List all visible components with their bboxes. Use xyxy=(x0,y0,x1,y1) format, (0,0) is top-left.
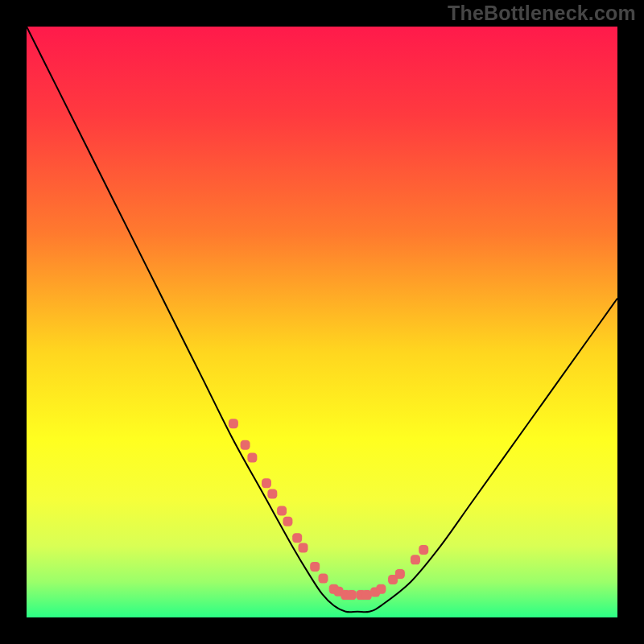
curve-marker xyxy=(419,545,428,555)
curve-marker xyxy=(411,555,420,564)
plot-area xyxy=(27,27,617,617)
curve-marker xyxy=(376,584,386,594)
curve-marker xyxy=(277,506,287,516)
curve-marker xyxy=(247,453,257,463)
curve-marker xyxy=(347,590,357,600)
curve-marker xyxy=(362,590,372,600)
curve-marker xyxy=(318,574,328,584)
curve-marker xyxy=(310,562,320,572)
chart-frame: TheBottleneck.com xyxy=(0,0,644,644)
gradient-background xyxy=(27,27,617,617)
curve-marker xyxy=(292,533,302,543)
curve-marker xyxy=(283,517,292,526)
curve-marker xyxy=(267,489,277,498)
curve-marker xyxy=(299,543,308,552)
curve-marker xyxy=(262,478,271,488)
curve-marker xyxy=(395,569,405,579)
curve-marker xyxy=(241,440,250,450)
chart-svg xyxy=(27,27,617,617)
watermark-text: TheBottleneck.com xyxy=(448,2,636,25)
curve-marker xyxy=(229,419,238,428)
